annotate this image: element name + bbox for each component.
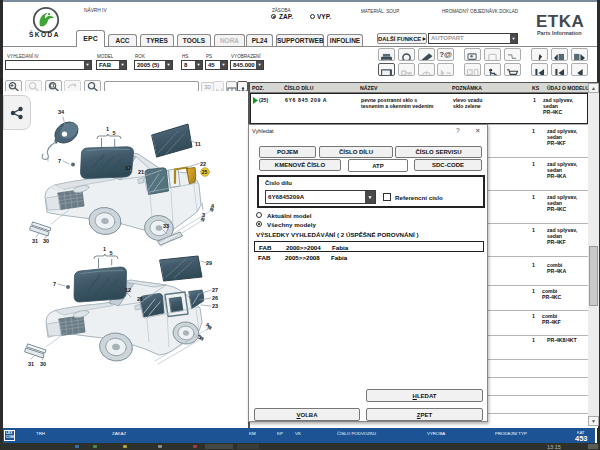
svg-text:5: 5	[110, 250, 113, 256]
svg-text:7: 7	[58, 158, 61, 164]
svg-text:27: 27	[212, 287, 218, 293]
svg-text:7: 7	[53, 281, 56, 287]
svg-text:33: 33	[163, 223, 169, 229]
svg-text:3: 3	[198, 334, 201, 340]
svg-text:29: 29	[206, 260, 212, 266]
svg-text:21: 21	[137, 296, 143, 302]
svg-text:5: 5	[113, 130, 116, 136]
svg-text:3: 3	[202, 212, 205, 218]
svg-text:11: 11	[195, 141, 201, 147]
svg-text:22: 22	[200, 161, 206, 167]
svg-text:31: 31	[28, 361, 34, 367]
svg-text:31: 31	[32, 238, 38, 244]
svg-text:25: 25	[202, 169, 208, 175]
svg-text:4: 4	[211, 203, 215, 209]
svg-text:1: 1	[106, 126, 109, 132]
svg-text:1: 1	[103, 246, 106, 252]
svg-text:21: 21	[138, 169, 144, 175]
svg-text:12: 12	[125, 287, 131, 293]
svg-text:30: 30	[40, 361, 46, 367]
svg-text:30: 30	[43, 238, 49, 244]
svg-text:34: 34	[58, 109, 65, 115]
svg-text:26: 26	[212, 295, 218, 301]
svg-text:23: 23	[212, 303, 218, 309]
svg-text:32: 32	[125, 165, 131, 171]
